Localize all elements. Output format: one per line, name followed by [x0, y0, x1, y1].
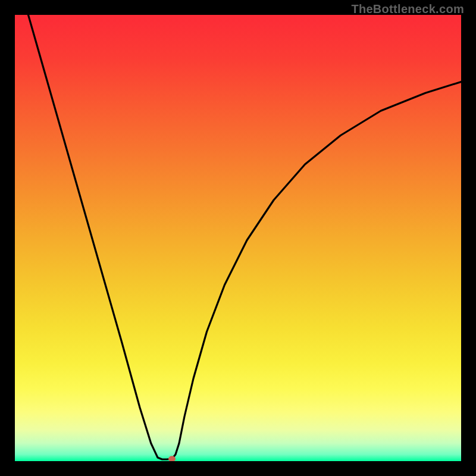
chart-container [15, 15, 461, 461]
bottleneck-chart [15, 15, 461, 461]
watermark-text: TheBottleneck.com [351, 2, 464, 16]
gradient-background [15, 15, 461, 461]
